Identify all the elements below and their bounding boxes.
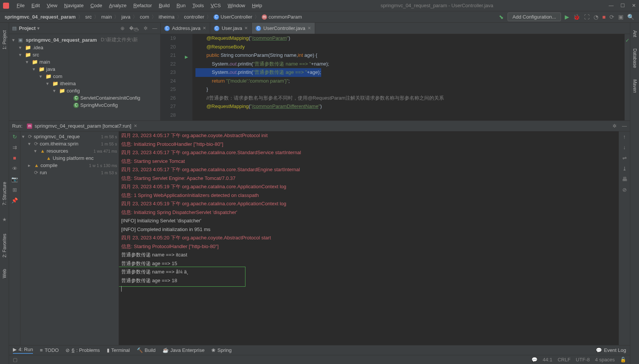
dump-icon[interactable]: 📷 [11, 176, 18, 182]
ant-tool-tab[interactable]: Ant [632, 30, 637, 37]
status-lock-icon[interactable]: 🔓 [620, 357, 626, 362]
menu-window[interactable]: Window [225, 1, 248, 10]
stop-run-icon[interactable]: ■ [13, 155, 16, 161]
search-icon[interactable]: 🔍 [627, 14, 634, 20]
breadcrumb-item[interactable]: springmvc_04_request_param [5, 14, 76, 20]
breadcrumb-item[interactable]: itheima [159, 14, 175, 20]
console[interactable]: 四月 23, 2023 4:05:17 下午 org.apache.coyote… [119, 131, 619, 345]
breadcrumb-item[interactable]: com [140, 14, 149, 20]
menu-build[interactable]: Build [156, 1, 173, 10]
tree-item[interactable]: ▾📁main [9, 58, 160, 66]
wrap-icon[interactable]: ⇌ [622, 155, 627, 161]
menu-help[interactable]: Help [249, 1, 265, 10]
breadcrumb-item[interactable]: src [85, 14, 92, 20]
tree-item[interactable]: ▾📁config [9, 87, 160, 94]
hide-icon[interactable]: — [152, 25, 157, 31]
project-root[interactable]: springmvc_04_request_param [26, 37, 97, 43]
tool-todo[interactable]: ≡ TODO [40, 347, 59, 353]
menu-file[interactable]: File [14, 1, 28, 10]
tree-item[interactable]: ▾📁src [9, 51, 160, 58]
profile-icon[interactable]: ◔ [594, 14, 598, 20]
menu-analyze[interactable]: Analyze [106, 1, 130, 10]
tab-close-icon[interactable]: ✕ [244, 26, 248, 31]
tool-spring[interactable]: ❀ Spring [211, 347, 232, 353]
tool-problems[interactable]: ⊘ 6: Problems [66, 347, 100, 353]
tree-item[interactable]: ▾📁java [9, 66, 160, 73]
layout-icon[interactable]: ▣ [618, 14, 623, 20]
maven-tool-tab[interactable]: Maven [632, 79, 637, 93]
structure-tool-tab[interactable]: 7: Structure [2, 182, 7, 205]
code-text[interactable]: @RequestMapping("/commonParam") @Respons… [192, 34, 625, 120]
run-tab-close-icon[interactable]: ✕ [134, 123, 137, 128]
select-opened-icon[interactable]: ⊕ [120, 25, 125, 31]
tree-item[interactable]: ▾📁.idea [9, 44, 160, 51]
rerun-icon[interactable]: ↻ [12, 134, 17, 140]
pin-icon[interactable]: 📌 [11, 197, 18, 203]
run-tree-item[interactable]: ▾⟳springmvc_04_reque1 m 58 s [20, 133, 119, 140]
project-tree[interactable]: ▾▣ springmvc_04_request_param D:\新建文件夹\新… [9, 34, 160, 110]
status-window-icon[interactable]: ▢ [13, 357, 17, 362]
editor-tab[interactable]: CUser.java✕ [210, 23, 252, 34]
stop-icon[interactable]: ■ [602, 14, 606, 20]
settings-icon[interactable]: ✲ [144, 25, 148, 31]
menu-edit[interactable]: Edit [28, 1, 43, 10]
status-eol[interactable]: CRLF [558, 357, 570, 362]
coverage-icon[interactable]: ⛶ [584, 14, 590, 20]
breadcrumb-item[interactable]: mcommonParam [262, 14, 302, 20]
menu-run[interactable]: Run [173, 1, 189, 10]
breadcrumb-item[interactable]: main [101, 14, 112, 20]
tree-item[interactable]: ▾📁itheima [9, 80, 160, 87]
print-icon[interactable]: 🖶 [622, 176, 627, 182]
tree-item[interactable]: CSpringMvcConfig [9, 102, 160, 109]
run-tree-item[interactable]: ▲Using platform enc [20, 155, 119, 162]
run-config-name[interactable]: springmvc_04_request_param [tomcat7:run] [34, 123, 131, 129]
editor-tab[interactable]: CAddress.java✕ [161, 23, 210, 34]
update-icon[interactable]: ⟳ [609, 14, 614, 20]
tool-eventlog[interactable]: 💬 Event Log [596, 347, 626, 353]
menu-tools[interactable]: Tools [189, 1, 207, 10]
run-tree-item[interactable]: ▾▲resources1 wa 471 ms [20, 147, 119, 155]
project-dropdown-icon[interactable]: ▾ [37, 25, 40, 31]
run-icon[interactable]: ▶ [565, 14, 569, 20]
menu-view[interactable]: View [44, 1, 60, 10]
status-notify-icon[interactable]: 💬 [531, 357, 537, 362]
status-indent[interactable]: 4 spaces [595, 357, 615, 362]
breadcrumb-item[interactable]: java [121, 14, 130, 20]
tab-close-icon[interactable]: ✕ [308, 26, 311, 31]
breadcrumb-item[interactable]: CUserController [214, 14, 252, 20]
layout-icon2[interactable]: ⊞ [12, 187, 17, 193]
run-tree-item[interactable]: ⟳run1 m 53 s [20, 169, 119, 176]
breadcrumb-item[interactable]: controller [184, 14, 204, 20]
run-tree[interactable]: ▾⟳springmvc_04_reque1 m 58 s▾⟳com.itheim… [20, 131, 119, 345]
database-tool-tab[interactable]: Database [632, 48, 637, 68]
favorites-tool-tab[interactable]: 2: Favorites [2, 234, 7, 258]
close-icon[interactable]: ✕ [632, 3, 636, 8]
scroll-icon[interactable]: ⤓ [622, 166, 627, 172]
tree-item[interactable]: ▾📁com [9, 73, 160, 80]
down-icon[interactable]: ↓ [623, 144, 626, 150]
run-hide-icon[interactable]: — [622, 123, 627, 129]
tree-item[interactable]: CServletContainersInitConfig [9, 94, 160, 102]
attach-icon[interactable]: ⇉ [12, 144, 17, 150]
menu-refactor[interactable]: Refactor [130, 1, 155, 10]
minimize-icon[interactable]: — [609, 3, 614, 8]
code-area[interactable]: 19202122232425262728 ▶ @RequestMapping("… [161, 34, 630, 120]
menu-vcs[interactable]: VCS [208, 1, 224, 10]
editor-tab[interactable]: CUserController.java✕ [252, 23, 315, 34]
tab-close-icon[interactable]: ✕ [203, 26, 206, 31]
tool-terminal[interactable]: ▮ Terminal [107, 347, 130, 353]
add-configuration-button[interactable]: Add Configuration... [508, 12, 561, 21]
expand-icon[interactable]: �சூ [129, 25, 139, 31]
maximize-icon[interactable]: ☐ [620, 3, 625, 8]
build-icon[interactable]: ⬊ [499, 14, 504, 20]
tool-build[interactable]: 🔨 Build [137, 347, 156, 353]
status-position[interactable]: 44:1 [543, 357, 552, 362]
status-encoding[interactable]: UTF-8 [576, 357, 590, 362]
menu-navigate[interactable]: Navigate [61, 1, 86, 10]
up-icon[interactable]: ↑ [623, 134, 626, 140]
clear-icon[interactable]: ⊘ [622, 187, 627, 193]
debug-icon[interactable]: 🐞 [573, 14, 580, 20]
project-tool-tab[interactable]: 1: Project [2, 30, 7, 50]
run-settings-icon[interactable]: ✲ [612, 123, 617, 129]
menu-code[interactable]: Code [87, 1, 105, 10]
